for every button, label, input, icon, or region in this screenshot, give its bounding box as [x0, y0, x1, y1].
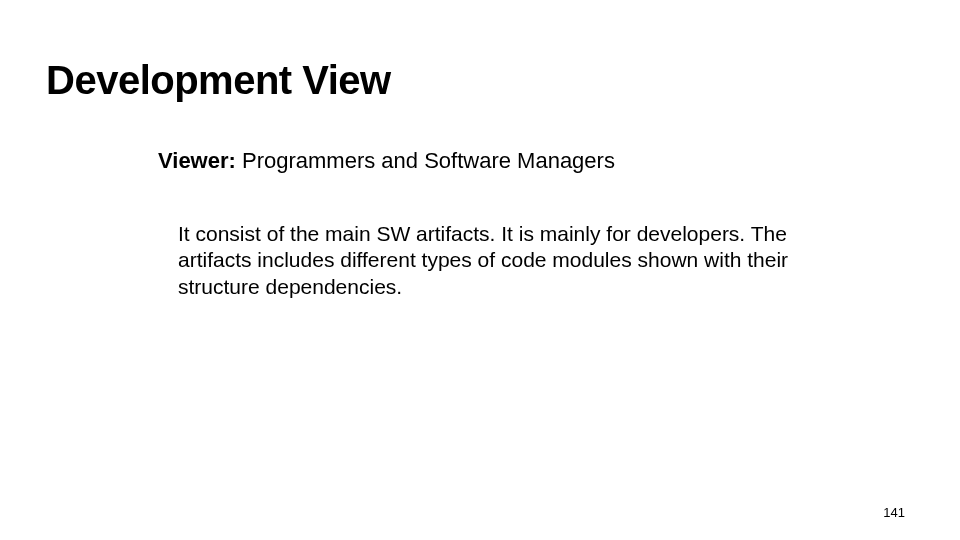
body-text: It consist of the main SW artifacts. It … — [178, 221, 803, 300]
viewer-label: Viewer: — [158, 148, 236, 173]
viewer-text: Programmers and Software Managers — [236, 148, 615, 173]
slide-title: Development View — [46, 58, 391, 103]
viewer-line: Viewer: Programmers and Software Manager… — [158, 148, 615, 174]
slide: Development View Viewer: Programmers and… — [0, 0, 960, 540]
page-number: 141 — [883, 505, 905, 520]
